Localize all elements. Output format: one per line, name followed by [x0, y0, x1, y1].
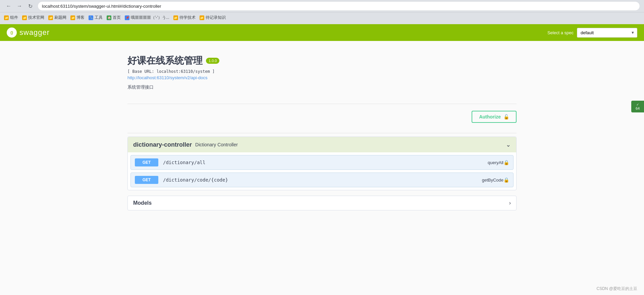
controller-name: dictionary-controller [133, 141, 192, 148]
models-chevron-icon: › [509, 200, 511, 206]
bookmark-label: 待学技术 [179, 15, 196, 20]
bookmark-icon: 📁 [200, 15, 204, 20]
endpoint-path: /dictionary/code/{code} [163, 177, 479, 183]
controller-chevron-icon: ⌄ [506, 141, 511, 148]
spec-select-wrapper[interactable]: default [577, 28, 637, 38]
authorize-label: Authorize [479, 114, 501, 119]
sidebar-count: 64 [633, 106, 643, 110]
section-divider [127, 133, 517, 133]
bookmark-label: 组件 [10, 15, 18, 20]
nav-buttons: ← → ↻ [4, 1, 35, 11]
bookmark-icon: 📁 [70, 15, 75, 20]
swagger-logo-icon: {} [7, 28, 17, 38]
bookmark-problems[interactable]: 📁 刷题网 [48, 15, 66, 20]
method-badge-get: GET [135, 176, 158, 184]
controller-title: dictionary-controller Dictionary Control… [133, 141, 238, 148]
method-badge-get: GET [135, 158, 158, 166]
swagger-logo: {} swagger [7, 28, 50, 38]
endpoint-path: /dictionary/all [163, 160, 485, 165]
bookmark-icon: 📁 [48, 15, 53, 20]
endpoint-lock-icon: 🔒 [503, 177, 509, 183]
bookmark-label: 首页 [113, 15, 121, 20]
bookmark-icon: 🔧 [89, 15, 93, 20]
models-section: Models › [127, 196, 517, 210]
bookmark-techsite[interactable]: 📁 技术官网 [22, 15, 44, 20]
info-section: 好课在线系统管理 1.0.0 [ Base URL: localhost:631… [127, 48, 517, 100]
address-bar[interactable]: localhost:63110/system/swagger-ui.html#/… [38, 1, 640, 11]
bookmark-home[interactable]: 🏠 首页 [107, 15, 121, 20]
bookmark-label: 刷题网 [54, 15, 66, 20]
swagger-logo-text: swagger [19, 28, 50, 37]
lock-icon: 🔓 [503, 114, 509, 119]
api-docs-link[interactable]: http://localhost:63110/system/v2/api-doc… [127, 75, 517, 80]
authorize-section: Authorize 🔓 [127, 107, 517, 130]
bookmark-label: 哦噩噩噩噩（'-'）う... [131, 15, 169, 20]
info-title: 好课在线系统管理 1.0.0 [127, 54, 517, 67]
endpoint-row[interactable]: GET /dictionary/code/{code} getByCode 🔒 [130, 173, 514, 187]
endpoint-row[interactable]: GET /dictionary/all queryAll 🔒 [130, 155, 514, 170]
bookmark-tech[interactable]: 📁 待学技术 [173, 15, 196, 20]
right-sidebar-badge: ✓ 64 [631, 101, 644, 112]
browser-bookmarks: 📁 组件 📁 技术官网 📁 刷题网 📁 博客 🔧 工具 🏠 首页 📌 哦噩噩噩噩… [0, 12, 644, 23]
endpoints-list: GET /dictionary/all queryAll 🔒 GET /dict… [128, 152, 516, 190]
controller-section: dictionary-controller Dictionary Control… [127, 137, 517, 190]
endpoint-summary: queryAll [488, 160, 503, 165]
bookmark-label: 博客 [76, 15, 85, 20]
bookmark-components[interactable]: 📁 组件 [4, 15, 18, 20]
bookmark-icon: 📁 [4, 15, 9, 20]
info-base-url: [ Base URL: localhost:63110/system ] [127, 69, 517, 74]
bookmark-label: 待记录知识 [206, 15, 226, 20]
bookmark-tools[interactable]: 🔧 工具 [89, 15, 103, 20]
address-text: localhost:63110/system/swagger-ui.html#/… [42, 4, 161, 9]
authorize-button[interactable]: Authorize 🔓 [472, 111, 517, 123]
back-button[interactable]: ← [4, 1, 13, 11]
api-title: 好课在线系统管理 [127, 54, 203, 67]
spec-label: Select a spec [547, 30, 574, 35]
endpoint-lock-icon: 🔒 [503, 160, 509, 165]
bookmark-icon: 📌 [125, 15, 129, 20]
controller-header[interactable]: dictionary-controller Dictionary Control… [128, 137, 516, 152]
bookmark-icon: 🏠 [107, 15, 111, 20]
bookmark-label: 工具 [95, 15, 103, 20]
bookmark-notes[interactable]: 📁 待记录知识 [200, 15, 226, 20]
spec-select[interactable]: default [577, 28, 637, 38]
spec-selector: Select a spec default [547, 28, 637, 38]
controller-description: Dictionary Controller [195, 142, 238, 147]
footer: CSDN @爱吃豆的土豆 [596, 286, 637, 292]
models-title: Models [133, 200, 152, 206]
bookmark-label: 技术官网 [28, 15, 44, 20]
forward-button[interactable]: → [15, 1, 24, 11]
svg-text:{}: {} [10, 31, 13, 35]
endpoint-summary: getByCode [482, 178, 503, 183]
browser-chrome: ← → ↻ localhost:63110/system/swagger-ui.… [0, 0, 644, 24]
swagger-container: 好课在线系统管理 1.0.0 [ Base URL: localhost:631… [121, 48, 523, 210]
swagger-header: {} swagger Select a spec default [0, 24, 644, 41]
divider [127, 104, 517, 104]
models-header[interactable]: Models › [128, 196, 516, 210]
bookmark-icon: 📁 [22, 15, 27, 20]
bookmark-icon: 📁 [173, 15, 178, 20]
version-badge: 1.0.0 [206, 58, 219, 64]
footer-text: CSDN @爱吃豆的土豆 [596, 286, 637, 291]
refresh-button[interactable]: ↻ [25, 1, 35, 11]
browser-toolbar: ← → ↻ localhost:63110/system/swagger-ui.… [0, 0, 644, 12]
api-description: 系统管理接口 [127, 84, 517, 90]
sidebar-check-icon: ✓ [633, 103, 643, 106]
main-content: 好课在线系统管理 1.0.0 [ Base URL: localhost:631… [0, 41, 644, 295]
bookmark-emoji[interactable]: 📌 哦噩噩噩噩（'-'）う... [125, 15, 169, 20]
bookmark-blog[interactable]: 📁 博客 [70, 15, 85, 20]
